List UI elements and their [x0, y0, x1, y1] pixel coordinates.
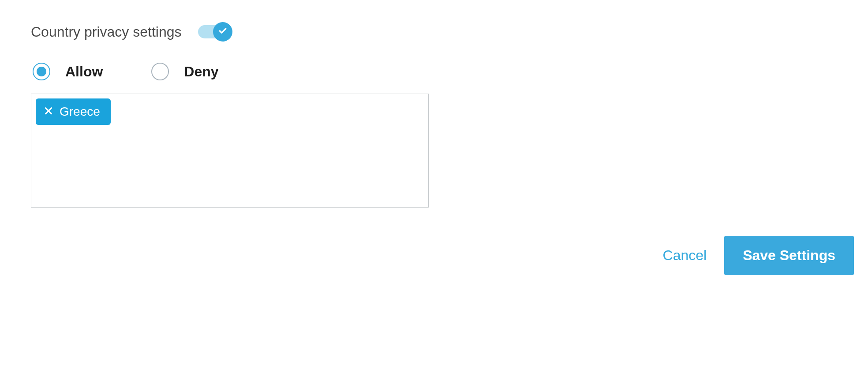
country-tag-label: Greece — [60, 105, 100, 119]
country-privacy-settings-panel: Country privacy settings Allow Deny — [0, 0, 868, 208]
allow-deny-radio-group: Allow Deny — [31, 63, 837, 80]
country-tag-input[interactable]: Greece — [31, 94, 429, 208]
radio-indicator — [151, 63, 169, 80]
cancel-button[interactable]: Cancel — [663, 247, 707, 264]
radio-indicator — [33, 63, 50, 80]
footer-actions: Cancel Save Settings — [663, 236, 854, 275]
allow-radio-option[interactable]: Allow — [33, 63, 103, 80]
country-tag[interactable]: Greece — [36, 98, 111, 125]
allow-radio-label: Allow — [65, 64, 103, 80]
section-header: Country privacy settings — [31, 22, 837, 42]
section-title: Country privacy settings — [31, 24, 181, 40]
check-icon — [218, 26, 227, 37]
radio-dot — [37, 67, 46, 76]
privacy-settings-toggle[interactable] — [198, 22, 232, 42]
deny-radio-label: Deny — [184, 64, 218, 80]
deny-radio-option[interactable]: Deny — [151, 63, 218, 80]
close-icon — [44, 105, 53, 119]
save-settings-button[interactable]: Save Settings — [724, 236, 854, 275]
remove-tag-button[interactable] — [44, 105, 53, 119]
toggle-thumb — [213, 22, 232, 42]
